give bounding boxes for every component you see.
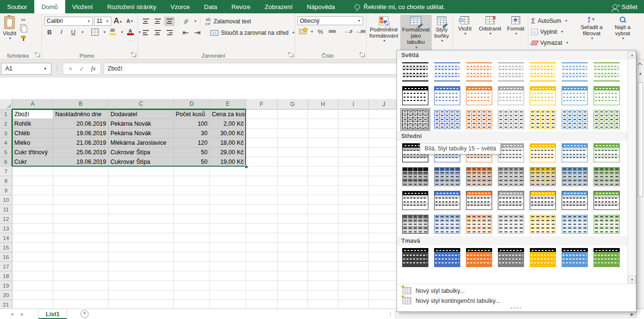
- fill-handle[interactable]: [245, 165, 248, 169]
- cell-C10[interactable]: [109, 195, 174, 205]
- table-style-swatch-1-0-4[interactable]: [528, 141, 558, 164]
- tab-nápověda[interactable]: Nápověda: [300, 0, 342, 13]
- cell-E6[interactable]: 19,00 Kč: [210, 157, 246, 167]
- cell-I12[interactable]: [338, 214, 369, 224]
- cell-D15[interactable]: [174, 243, 210, 252]
- cell-H5[interactable]: [308, 148, 338, 157]
- decrease-font-icon[interactable]: A▼: [125, 16, 135, 26]
- fill-color-caret-icon[interactable]: ▼: [120, 30, 124, 34]
- cell-I6[interactable]: [338, 157, 369, 167]
- cell-G8[interactable]: [277, 176, 308, 186]
- share-button[interactable]: Sdílet: [613, 0, 644, 13]
- cell-C5[interactable]: Cukrovar Štípa: [109, 148, 174, 157]
- vertical-scroll-thumb[interactable]: [638, 82, 643, 197]
- cell-G21[interactable]: [277, 300, 308, 309]
- table-style-swatch-1-2-1[interactable]: [432, 189, 462, 212]
- new-pivot-style-item[interactable]: Nový styl kontingenční tabulky...: [397, 296, 636, 306]
- table-style-swatch-0-1-6[interactable]: [592, 84, 622, 107]
- cell-F8[interactable]: [246, 176, 277, 186]
- cell-I15[interactable]: [338, 243, 369, 252]
- cell-C17[interactable]: [109, 262, 174, 271]
- cell-C14[interactable]: [109, 233, 174, 243]
- cell-F14[interactable]: [246, 233, 277, 243]
- cell-B13[interactable]: [53, 224, 109, 233]
- cell-A11[interactable]: [12, 205, 53, 214]
- cell-E7[interactable]: [210, 167, 246, 176]
- cell-I8[interactable]: [338, 176, 369, 186]
- cell-I5[interactable]: [338, 148, 369, 157]
- table-style-swatch-1-1-5[interactable]: [560, 165, 590, 188]
- cell-F9[interactable]: [246, 186, 277, 195]
- cell-C2[interactable]: Pekárna Novák: [109, 119, 174, 129]
- cell-F2[interactable]: [246, 119, 277, 129]
- cell-H8[interactable]: [308, 176, 338, 186]
- table-style-swatch-1-3-6[interactable]: [592, 213, 622, 236]
- gallery-scrollbar[interactable]: ▲ ▼: [627, 50, 636, 284]
- cell-D18[interactable]: [174, 271, 210, 281]
- cell-G7[interactable]: [277, 167, 308, 176]
- cell-G16[interactable]: [277, 252, 308, 262]
- cell-B4[interactable]: 21.06.2019: [53, 138, 109, 148]
- cell-I21[interactable]: [338, 300, 369, 309]
- cell-A10[interactable]: [12, 195, 53, 205]
- row-header-17[interactable]: 17: [0, 262, 12, 271]
- cell-B8[interactable]: [53, 176, 109, 186]
- cell-I9[interactable]: [338, 186, 369, 195]
- cell-C11[interactable]: [109, 205, 174, 214]
- table-style-swatch-2-0-5[interactable]: [560, 246, 590, 269]
- cell-I7[interactable]: [338, 167, 369, 176]
- collapse-formula-bar-icon[interactable]: [638, 62, 642, 66]
- delete-cells-button[interactable]: Odstranit ▼: [476, 15, 505, 51]
- increase-decimal-button[interactable]: ←,0: [343, 27, 354, 36]
- cell-A4[interactable]: Mléko: [12, 138, 53, 148]
- fill-color-icon[interactable]: [108, 27, 118, 37]
- format-painter-icon[interactable]: [18, 34, 29, 42]
- cell-B2[interactable]: 20.06.2019: [53, 119, 109, 129]
- row-header-13[interactable]: 13: [0, 224, 12, 233]
- align-right-icon[interactable]: [164, 28, 175, 38]
- cell-D21[interactable]: [174, 300, 210, 309]
- table-style-swatch-1-3-5[interactable]: [560, 213, 590, 236]
- cell-J2[interactable]: [369, 119, 399, 129]
- cell-H21[interactable]: [308, 300, 338, 309]
- cell-C6[interactable]: Cukrovar Štípa: [109, 157, 174, 167]
- table-style-swatch-0-2-1[interactable]: [432, 108, 462, 131]
- column-header-A[interactable]: A: [12, 99, 53, 110]
- cell-G10[interactable]: [277, 195, 308, 205]
- borders-icon[interactable]: [90, 27, 100, 37]
- cell-H12[interactable]: [308, 214, 338, 224]
- cell-G12[interactable]: [277, 214, 308, 224]
- cell-E5[interactable]: 29,00 Kč: [210, 148, 246, 157]
- cell-E17[interactable]: [210, 262, 246, 271]
- cell-G5[interactable]: [277, 148, 308, 157]
- cell-I1[interactable]: [338, 110, 369, 119]
- cell-H2[interactable]: [308, 119, 338, 129]
- clear-button[interactable]: Vymazat ▼: [529, 38, 575, 48]
- table-style-swatch-1-0-6[interactable]: [592, 141, 622, 164]
- cell-A6[interactable]: Cukr: [12, 157, 53, 167]
- cell-I11[interactable]: [338, 205, 369, 214]
- table-style-swatch-0-1-2[interactable]: [464, 84, 494, 107]
- cell-C4[interactable]: Mlékárna Jaroslavice: [109, 138, 174, 148]
- table-style-swatch-1-1-3[interactable]: [496, 165, 526, 188]
- sheet-tab-list1[interactable]: List1: [38, 309, 67, 319]
- cell-B20[interactable]: [53, 290, 109, 300]
- cell-B11[interactable]: [53, 205, 109, 214]
- table-style-swatch-0-1-4[interactable]: [528, 84, 558, 107]
- cell-B21[interactable]: [53, 300, 109, 309]
- cell-J3[interactable]: [369, 129, 399, 138]
- table-style-swatch-1-2-6[interactable]: [592, 189, 622, 212]
- cell-F1[interactable]: [246, 110, 277, 119]
- cell-D17[interactable]: [174, 262, 210, 271]
- cell-A14[interactable]: [12, 233, 53, 243]
- table-style-swatch-1-0-5[interactable]: [560, 141, 590, 164]
- cell-J15[interactable]: [369, 243, 399, 252]
- cell-B3[interactable]: 19.06.2019: [53, 129, 109, 138]
- accounting-caret-icon[interactable]: ▼: [310, 30, 314, 33]
- cell-G14[interactable]: [277, 233, 308, 243]
- cell-E9[interactable]: [210, 186, 246, 195]
- row-header-8[interactable]: 8: [0, 176, 12, 186]
- cut-icon[interactable]: ✂: [18, 16, 29, 24]
- table-style-swatch-0-0-5[interactable]: [560, 60, 590, 83]
- row-header-4[interactable]: 4: [0, 138, 12, 148]
